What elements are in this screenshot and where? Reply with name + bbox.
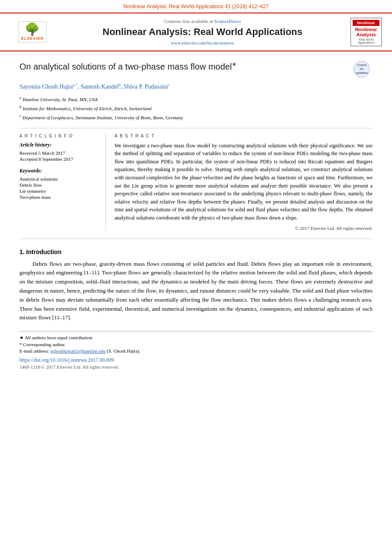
affil-a: a Hamline University, St. Paul, MN, USA — [19, 95, 373, 103]
journal-badge: Nonlinear NonlinearAnalysis Real WorldAp… — [349, 18, 383, 46]
footer-email-line: E-mail address: sghoshhajra01@hamline.ed… — [19, 348, 373, 353]
intro-paragraph: Debris flows are two-phase, gravity-driv… — [19, 260, 373, 323]
keyword-1: Analytical solutions — [19, 176, 99, 182]
check-update-badge: Checkforupdates — [351, 61, 373, 77]
author2-name: , Santosh Kandel — [77, 83, 118, 90]
abstract-text: We investigate a two-phase mass flow mod… — [115, 142, 373, 222]
footer-note1: ★ All authors have equal contribution. — [19, 335, 373, 341]
main-content: On analytical solutions of a two-phase m… — [0, 51, 392, 369]
journal-url[interactable]: www.elsevier.com/locate/nonrwa — [63, 40, 342, 45]
article-columns: A R T I C L E I N F O Article history: R… — [19, 134, 373, 231]
keyword-3: Lie symmetry — [19, 188, 99, 194]
footer-note2: * Corresponding author. — [19, 342, 373, 347]
tree-icon: 🌳 — [25, 23, 40, 35]
author3-sup: c — [168, 83, 170, 87]
abstract-heading: A B S T R A C T — [115, 134, 373, 138]
abstract-col: A B S T R A C T We investigate a two-pha… — [115, 134, 373, 231]
journal-info: Contents lists available at ScienceDirec… — [56, 19, 349, 45]
badge-stripe: Nonlinear — [353, 20, 379, 26]
author1-name: Sayonita Ghosh Hajra — [19, 83, 73, 90]
section1-heading: 1. Introduction — [19, 248, 373, 255]
article-info-col: A R T I C L E I N F O Article history: R… — [19, 134, 106, 231]
elsevier-logo: 🌳 ELSEVIER — [9, 21, 56, 43]
history-title: Article history: — [19, 142, 99, 148]
footer: ★ All authors have equal contribution. *… — [19, 331, 373, 369]
author1-sup: a,* — [73, 83, 78, 87]
affil-b: b Institute for Mathematics, University … — [19, 104, 373, 112]
divider1 — [19, 128, 373, 128]
journal-title: Nonlinear Analysis: Real World Applicati… — [63, 26, 342, 38]
badge-bottom: Real WorldApplications — [353, 38, 379, 44]
affil-c: c Department of Geophysics, Steinmann In… — [19, 113, 373, 121]
keywords-title: Keywords: — [19, 168, 99, 174]
article-info-heading: A R T I C L E I N F O — [19, 134, 99, 138]
keyword-2: Debris flow — [19, 182, 99, 188]
body-content: 1. Introduction Debris flows are two-pha… — [19, 248, 373, 323]
copyright: © 2017 Elsevier Ltd. All rights reserved… — [115, 226, 373, 231]
journal-header: 🌳 ELSEVIER Contents lists available at S… — [0, 13, 392, 51]
footer-doi[interactable]: https://doi.org/10.1016/j.nonrwa.2017.09… — [19, 357, 373, 363]
elsevier-label: ELSEVIER — [21, 36, 44, 41]
footer-email-link[interactable]: sghoshhajra01@hamline.edu — [50, 348, 105, 353]
badge-line1: NonlinearAnalysis — [353, 27, 379, 37]
affiliations: a Hamline University, St. Paul, MN, USA … — [19, 95, 373, 122]
sciencedirect-link[interactable]: ScienceDirect — [214, 19, 241, 24]
footer-rights: 1468-1218/© 2017 Elsevier Ltd. All right… — [19, 364, 373, 369]
paper-title-section: On analytical solutions of a two-phase m… — [19, 51, 373, 83]
paper-title: On analytical solutions of a two-phase m… — [19, 61, 344, 72]
journal-citation: Nonlinear Analysis: Real World Applicati… — [0, 0, 392, 13]
author3-name: , Shiva P. Pudasaini — [121, 83, 168, 90]
authors-line: Sayonita Ghosh Hajraa,*, Santosh Kandelb… — [19, 83, 373, 90]
journal-citation-text: Nonlinear Analysis: Real World Applicati… — [123, 3, 269, 10]
received-date: Received 5 March 2017 — [19, 150, 99, 156]
check-updates-icon: Checkforupdates — [354, 61, 370, 77]
contents-available: Contents lists available at ScienceDirec… — [63, 19, 342, 24]
accepted-date: Accepted 8 September 2017 — [19, 156, 99, 162]
divider2 — [19, 239, 373, 239]
keyword-4: Two-phase mass — [19, 194, 99, 200]
